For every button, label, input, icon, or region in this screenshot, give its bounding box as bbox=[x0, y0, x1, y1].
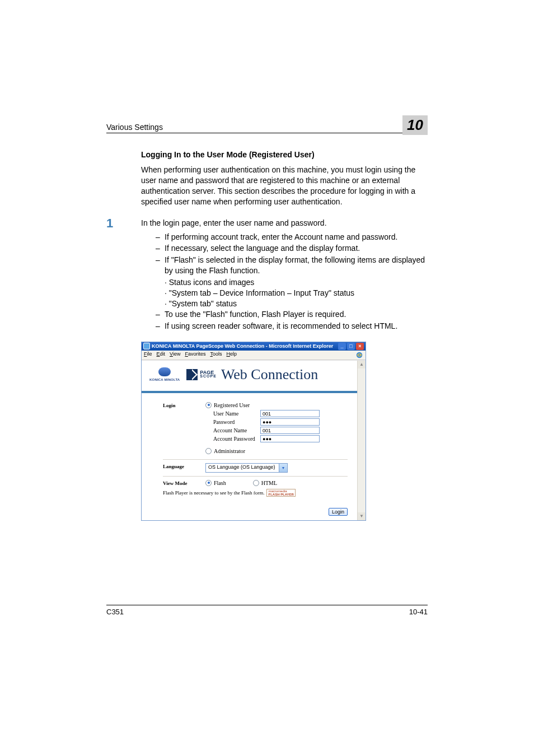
pagescope-mark-icon bbox=[186, 369, 198, 380]
login-section-label: Login bbox=[163, 402, 205, 408]
maximize-button[interactable]: □ bbox=[347, 343, 355, 350]
language-section-label: Language bbox=[163, 463, 205, 469]
browser-window: KONICA MINOLTA PageScope Web Connection … bbox=[141, 342, 366, 521]
scroll-down-icon[interactable]: ▼ bbox=[358, 512, 366, 520]
flash-note-text: Flash Player is necessary to see by the … bbox=[163, 490, 264, 496]
web-connection-title: Web Connection bbox=[221, 366, 318, 383]
password-input[interactable]: ●●● bbox=[260, 418, 320, 426]
dash-item: If "Flash" is selected in the display fo… bbox=[156, 255, 428, 276]
radio-flash[interactable] bbox=[205, 480, 212, 486]
chevron-down-icon: ▾ bbox=[279, 464, 287, 472]
account-password-input[interactable]: ●●● bbox=[260, 435, 320, 442]
footer-right: 10-41 bbox=[409, 608, 428, 616]
language-select[interactable]: OS Language (OS Language) ▾ bbox=[205, 463, 288, 473]
account-name-input[interactable]: 001 bbox=[260, 427, 320, 434]
pagescope-text-bottom: SCOPE bbox=[200, 375, 217, 378]
radio-flash-label: Flash bbox=[214, 480, 226, 486]
section-heading: Logging In to the User Mode (Registered … bbox=[141, 150, 428, 159]
page-header: Various Settings 10 bbox=[106, 112, 428, 133]
user-name-input[interactable]: 001 bbox=[260, 410, 320, 417]
dash-item: If performing account track, enter the A… bbox=[156, 232, 428, 242]
dash-item: If necessary, select the language and th… bbox=[156, 243, 428, 254]
section-intro: When performing user authentication on t… bbox=[141, 165, 428, 207]
login-button[interactable]: Login bbox=[329, 508, 348, 516]
viewmode-section-label: View Mode bbox=[163, 480, 205, 486]
radio-html-label: HTML bbox=[261, 480, 277, 486]
step-text: In the login page, enter the user name a… bbox=[141, 218, 428, 227]
step-number: 1 bbox=[106, 216, 141, 231]
step-1: 1 In the login page, enter the user name… bbox=[106, 216, 428, 333]
radio-registered-user[interactable] bbox=[205, 402, 212, 408]
account-name-label: Account Name bbox=[213, 427, 260, 433]
dash-item: To use the "Flash" function, Flash Playe… bbox=[156, 309, 428, 320]
konica-minolta-text: KONICA MINOLTA bbox=[149, 378, 180, 381]
menu-help[interactable]: Help bbox=[226, 351, 237, 359]
window-title: KONICA MINOLTA PageScope Web Connection … bbox=[152, 343, 333, 349]
menu-favorites[interactable]: Favorites bbox=[185, 351, 205, 359]
chapter-number: 10 bbox=[402, 115, 428, 135]
konica-minolta-mark-icon bbox=[158, 367, 171, 376]
page-footer: C351 10-41 bbox=[106, 605, 428, 616]
user-name-label: User Name bbox=[213, 410, 260, 417]
dash-item: If using screen reader software, it is r… bbox=[156, 321, 428, 332]
footer-left: C351 bbox=[106, 608, 124, 616]
menu-tools[interactable]: Tools bbox=[210, 351, 222, 359]
menubar: File Edit View Favorites Tools Help bbox=[142, 351, 366, 360]
scrollbar[interactable]: ▲ bbox=[357, 361, 366, 520]
close-button[interactable]: × bbox=[356, 343, 364, 350]
radio-html[interactable] bbox=[253, 480, 259, 486]
radio-administrator[interactable] bbox=[205, 448, 212, 454]
ie-logo-icon bbox=[355, 351, 363, 359]
scroll-up-icon[interactable]: ▲ bbox=[358, 361, 366, 368]
dot-sub: · "System tab – Device Information – Inp… bbox=[156, 288, 428, 298]
header-title: Various Settings bbox=[106, 123, 163, 132]
konica-minolta-logo: KONICA MINOLTA bbox=[149, 367, 180, 381]
menu-view[interactable]: View bbox=[170, 351, 180, 359]
flash-player-badge[interactable]: macromedia FLASH PLAYER bbox=[266, 489, 295, 497]
password-label: Password bbox=[213, 419, 260, 425]
pagescope-logo: PAGE SCOPE Web Connection bbox=[186, 366, 318, 383]
banner: KONICA MINOLTA PAGE SCOPE Web Connection bbox=[142, 361, 358, 393]
titlebar: KONICA MINOLTA PageScope Web Connection … bbox=[142, 342, 366, 351]
radio-administrator-label: Administrator bbox=[214, 448, 245, 454]
dot-sub: · "System tab" status bbox=[156, 298, 428, 309]
account-password-label: Account Password bbox=[213, 436, 260, 442]
dot-sub: · Status icons and images bbox=[156, 277, 428, 288]
menu-edit[interactable]: Edit bbox=[157, 351, 166, 359]
minimize-button[interactable]: _ bbox=[338, 343, 346, 350]
radio-registered-user-label: Registered User bbox=[214, 402, 250, 408]
window-icon bbox=[143, 343, 150, 349]
menu-file[interactable]: File bbox=[144, 351, 152, 359]
language-select-value: OS Language (OS Language) bbox=[206, 464, 279, 472]
